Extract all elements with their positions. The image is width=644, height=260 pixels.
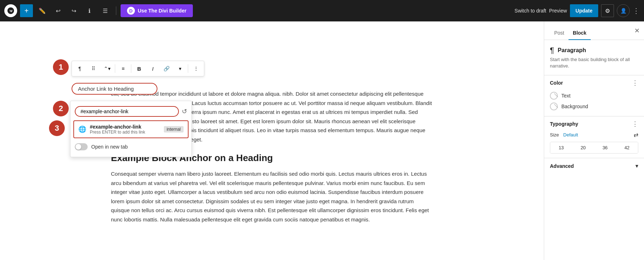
size-presets: 13 20 36 42 [550,142,638,154]
size-default-value: Default [563,132,578,138]
topbar-right: Switch to draft Preview Update ⚙ 👤 ⋮ [514,4,640,17]
background-color-swatch[interactable] [550,102,558,110]
user-avatar-button[interactable]: 👤 [617,4,630,17]
toolbar-separator-1 [115,64,115,73]
paragraph-type-button[interactable]: ¶ [73,62,86,75]
paragraph-header: ¶ Paragraph [550,46,638,55]
wp-logo[interactable] [4,4,17,17]
topbar: + ✏️ ↩ ↪ ℹ ☰ D Use The Divi Builder Swit… [0,0,644,21]
edit-icon-button[interactable]: ✏️ [36,4,49,17]
paragraph-icon: ¶ [78,66,81,71]
step-3-circle: 3 [49,120,65,136]
more-rich-text-button[interactable]: ▾ [174,62,186,75]
open-new-tab-toggle[interactable] [75,143,88,150]
topbar-separator [116,6,116,15]
editor-content: ¶ ⠿ ⌃▾ ≡ B I � [82,21,462,247]
list-view-button[interactable]: ☰ [99,4,112,17]
typography-section-header: Typography ⋮ [550,121,638,127]
italic-icon: I [152,66,153,72]
color-more-button[interactable]: ⋮ [632,80,638,86]
color-section: Color ⋮ Text Background [544,75,644,116]
link-suggestion-title: #example-anchor-link [90,124,160,130]
toggle-knob [75,144,81,150]
open-new-tab-row: Open in new tab [70,140,191,154]
size-preset-13[interactable]: 13 [550,142,572,153]
background-color-label: Background [561,104,588,109]
preview-button[interactable]: Preview [549,8,567,14]
advanced-section-title: Advanced [550,163,574,169]
size-row: Size Default ⇄ [550,131,638,138]
text-color-row: Text [550,90,638,101]
bold-icon: B [137,66,141,72]
paragraph-block-title: Paragraph [558,47,586,54]
tab-post-label: Post [554,30,564,36]
italic-button[interactable]: I [146,62,159,75]
divi-builder-button[interactable]: D Use The Divi Builder [121,4,193,17]
settings-gear-button[interactable]: ⚙ [601,4,614,17]
close-panel-button[interactable]: ✕ [634,27,640,35]
text-color-label: Text [561,93,571,99]
panel-tabs: Post Block ✕ [544,21,644,40]
drag-icon: ⠿ [92,66,95,71]
size-controls-button[interactable]: ⇄ [634,131,638,138]
background-color-row: Background [550,101,638,112]
advanced-section: Advanced ▾ [544,158,644,174]
link-suggestion[interactable]: 🌐 #example-anchor-link Press ENTER to ad… [73,120,189,138]
open-new-tab-label: Open in new tab [91,144,128,150]
block-options-button[interactable]: ⋮ [190,62,203,75]
update-button[interactable]: Update [570,4,598,17]
size-preset-20[interactable]: 20 [572,142,594,153]
paragraph-block-icon: ¶ [550,46,554,55]
advanced-chevron-icon: ▾ [635,162,638,169]
size-preset-36[interactable]: 36 [594,142,616,153]
divi-btn-circle: D [127,7,135,15]
link-input-row: ↺ [70,104,191,119]
redo-button[interactable]: ↪ [67,4,80,17]
info-button[interactable]: ℹ [83,4,96,17]
typography-more-button[interactable]: ⋮ [632,121,638,127]
right-panel: Post Block ✕ ¶ Paragraph Start with the … [544,21,644,260]
toolbar-separator-3 [188,64,188,73]
align-button[interactable]: ≡ [117,62,130,75]
block-toolbar: ¶ ⠿ ⌃▾ ≡ B I � [72,61,204,76]
step-2-circle: 2 [53,101,69,116]
align-icon: ≡ [122,66,125,71]
paragraph-2[interactable]: Consequat semper viverra nam libero just… [111,169,433,224]
selected-text-input[interactable] [72,83,157,95]
step-3-label: 3 [55,124,59,133]
tab-block[interactable]: Block [569,26,591,40]
size-preset-42[interactable]: 42 [616,142,638,153]
switch-draft-button[interactable]: Switch to draft [514,8,546,14]
paragraph-info-section: ¶ Paragraph Start with the basic buildin… [544,40,644,75]
link-reset-button[interactable]: ↺ [182,108,187,115]
drag-handle-button[interactable]: ⠿ [87,62,100,75]
advanced-row[interactable]: Advanced ▾ [550,162,638,169]
more-options-button[interactable]: ⋮ [633,6,640,15]
typography-section: Typography ⋮ Size Default ⇄ 13 20 36 42 [544,116,644,158]
text-color-swatch[interactable] [550,92,558,100]
link-internal-badge: internal [164,126,184,132]
size-label: Size [550,132,559,138]
link-icon: 🔗 [164,66,170,71]
paragraph-block-desc: Start with the basic building block of a… [550,56,638,69]
globe-icon: 🌐 [78,125,86,133]
link-button[interactable]: 🔗 [160,62,173,75]
toolbar-separator-2 [131,64,131,73]
link-dropdown: ↺ 3 🌐 #example-anchor-link Press ENTER t… [70,101,192,157]
undo-button[interactable]: ↩ [52,4,64,17]
bold-button[interactable]: B [133,62,146,75]
link-url-input[interactable] [75,106,179,117]
add-block-button[interactable]: + [20,4,33,17]
tab-block-label: Block [573,30,586,36]
link-suggestion-text: #example-anchor-link Press ENTER to add … [90,124,160,135]
tab-post[interactable]: Post [550,26,569,40]
up-down-icon: ⌃▾ [104,66,111,71]
selected-text-box [72,83,157,95]
step-2-label: 2 [59,104,63,113]
divi-letter: D [129,8,132,14]
typography-section-title: Typography [550,121,578,127]
color-section-title: Color [550,80,563,86]
main-area: ¶ ⠿ ⌃▾ ≡ B I � [0,21,644,260]
step-1-circle: 1 [53,59,69,75]
move-up-down-button[interactable]: ⌃▾ [101,62,113,75]
